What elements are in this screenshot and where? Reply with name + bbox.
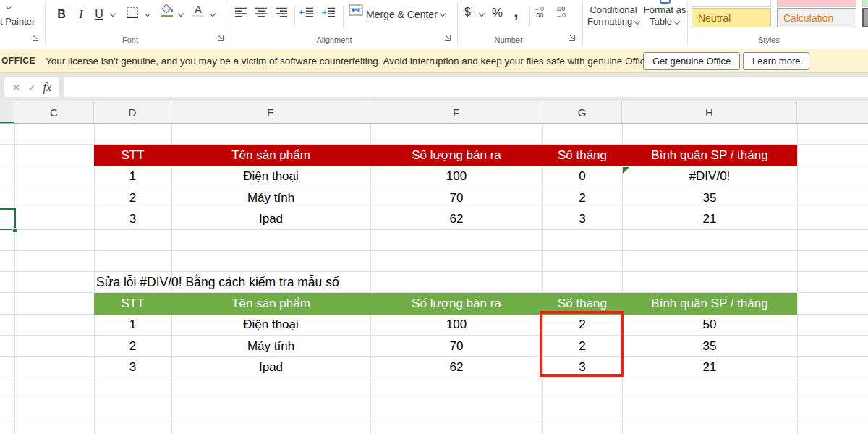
header-ten-san-pham[interactable]: Tên sản phẩm bbox=[171, 293, 370, 314]
fill-color-dropdown-icon[interactable] bbox=[178, 12, 184, 17]
fill-bucket-icon bbox=[161, 4, 174, 14]
align-center-icon bbox=[255, 7, 268, 17]
style-chip-good[interactable] bbox=[862, 0, 868, 7]
header-binh-quan[interactable]: Bình quân SP / tháng bbox=[622, 145, 797, 166]
header-stt[interactable]: STT bbox=[94, 293, 171, 314]
cell-stt[interactable]: 2 bbox=[94, 187, 171, 208]
align-right-button[interactable] bbox=[275, 7, 288, 17]
selected-cell-outline[interactable] bbox=[0, 208, 16, 230]
font-color-button[interactable]: A bbox=[192, 4, 204, 17]
cell-so-luong[interactable]: 62 bbox=[370, 357, 542, 378]
format-painter-button[interactable]: t Painter bbox=[0, 16, 35, 27]
decrease-indent-button[interactable] bbox=[299, 7, 314, 17]
bold-button[interactable]: B bbox=[54, 6, 69, 23]
column-header-g[interactable]: G bbox=[542, 101, 622, 123]
column-header-f[interactable]: F bbox=[370, 101, 542, 123]
font-dialog-launcher-icon[interactable] bbox=[217, 34, 224, 41]
cell-stt[interactable]: 3 bbox=[94, 357, 171, 378]
column-header-c[interactable]: C bbox=[14, 101, 94, 123]
ribbon: t Painter B I U A bbox=[0, 0, 868, 48]
cell-stt[interactable]: 1 bbox=[94, 315, 171, 336]
style-chip-neutral[interactable]: Neutral bbox=[692, 8, 771, 27]
cell-binh-quan[interactable]: 21 bbox=[622, 208, 797, 229]
cell-so-thang[interactable]: 2 bbox=[542, 187, 622, 208]
format-as-table-button[interactable]: Format as Table bbox=[642, 4, 687, 27]
column-header-partial-right[interactable] bbox=[797, 101, 868, 123]
cell-stt[interactable]: 2 bbox=[94, 336, 171, 357]
header-so-luong-ban-ra[interactable]: Số lượng bán ra bbox=[370, 293, 542, 314]
fill-handle[interactable] bbox=[12, 228, 17, 233]
merge-center-label[interactable]: Merge & Center bbox=[366, 9, 438, 20]
number-dialog-launcher-icon[interactable] bbox=[569, 34, 576, 41]
cell-so-luong[interactable]: 70 bbox=[370, 187, 542, 208]
cell-so-luong[interactable]: 70 bbox=[370, 336, 542, 357]
style-chip-calculation[interactable]: Calculation bbox=[777, 8, 856, 27]
font-color-dropdown-icon[interactable] bbox=[210, 12, 216, 17]
cell-ten-san-pham[interactable]: Ipad bbox=[171, 357, 370, 378]
chevron-down-icon[interactable] bbox=[6, 4, 12, 10]
cell-ten-san-pham[interactable]: Điện thoại bbox=[171, 315, 370, 336]
formula-input[interactable] bbox=[64, 77, 868, 97]
sheet-grid[interactable]: STT Tên sản phẩm Số lượng bán ra Số thán… bbox=[0, 124, 868, 434]
style-chip-normal[interactable] bbox=[692, 0, 771, 7]
cell-binh-quan[interactable]: #DIV/0! bbox=[622, 166, 797, 187]
column-header-h[interactable]: H bbox=[622, 101, 797, 123]
insert-function-icon[interactable]: fx bbox=[43, 81, 52, 94]
currency-dropdown-icon[interactable] bbox=[479, 12, 485, 17]
header-stt[interactable]: STT bbox=[94, 145, 171, 166]
cell-ten-san-pham[interactable]: Máy tính bbox=[171, 336, 370, 357]
underline-button[interactable]: U bbox=[91, 6, 107, 23]
cell-so-luong[interactable]: 62 bbox=[370, 208, 542, 229]
header-so-luong-ban-ra[interactable]: Số lượng bán ra bbox=[370, 145, 542, 166]
underline-dropdown-icon[interactable] bbox=[110, 12, 116, 17]
cell-binh-quan[interactable]: 35 bbox=[622, 336, 797, 357]
alignment-dialog-launcher-icon[interactable] bbox=[444, 34, 451, 41]
align-left-button[interactable] bbox=[234, 7, 247, 17]
cell-binh-quan[interactable]: 35 bbox=[622, 187, 797, 208]
merge-center-dropdown-icon[interactable] bbox=[440, 12, 446, 17]
column-headers: C D E F G H bbox=[0, 101, 868, 124]
cell-binh-quan[interactable]: 21 bbox=[622, 357, 797, 378]
cell-stt[interactable]: 3 bbox=[94, 208, 171, 229]
merge-center-button[interactable] bbox=[349, 4, 363, 16]
enter-icon[interactable]: ✓ bbox=[27, 82, 36, 93]
header-ten-san-pham[interactable]: Tên sản phẩm bbox=[171, 145, 370, 166]
get-genuine-office-button[interactable]: Get genuine Office bbox=[643, 52, 740, 70]
conditional-formatting-button[interactable]: Conditional Formatting bbox=[587, 4, 639, 27]
cell-so-thang[interactable]: 3 bbox=[542, 208, 622, 229]
fill-color-button[interactable] bbox=[161, 4, 174, 17]
cell-stt[interactable]: 1 bbox=[94, 166, 171, 187]
comma-format-button[interactable]: , bbox=[514, 1, 519, 22]
borders-button[interactable] bbox=[127, 7, 138, 18]
percent-format-button[interactable]: % bbox=[492, 6, 503, 20]
borders-dropdown-icon[interactable] bbox=[145, 12, 150, 17]
increase-indent-button[interactable] bbox=[321, 7, 336, 17]
learn-more-button[interactable]: Learn more bbox=[743, 52, 809, 70]
cell-binh-quan[interactable]: 50 bbox=[622, 315, 797, 336]
header-binh-quan[interactable]: Bình quân SP / tháng bbox=[622, 293, 797, 314]
fixed-table-row: 1 Điện thoại 100 2 50 bbox=[94, 315, 797, 336]
column-header-d[interactable]: D bbox=[94, 101, 171, 123]
cell-so-thang[interactable]: 0 bbox=[542, 166, 622, 187]
column-header-partial[interactable] bbox=[0, 101, 14, 123]
caption-text[interactable]: Sửa lỗi #DIV/0! Bằng cách kiểm tra mẫu s… bbox=[96, 272, 339, 293]
cell-so-luong[interactable]: 100 bbox=[370, 315, 542, 336]
clipboard-dialog-launcher-icon[interactable] bbox=[32, 34, 39, 41]
cell-ten-san-pham[interactable]: Ipad bbox=[171, 208, 370, 229]
decrease-decimal-button[interactable]: .00 →0 bbox=[556, 6, 566, 19]
cell-ten-san-pham[interactable]: Máy tính bbox=[171, 187, 370, 208]
cancel-icon[interactable]: ✕ bbox=[12, 82, 21, 93]
style-chip-bad[interactable] bbox=[777, 0, 856, 7]
column-header-e[interactable]: E bbox=[171, 101, 370, 123]
currency-format-button[interactable]: $ bbox=[464, 6, 471, 19]
align-center-button[interactable] bbox=[255, 7, 268, 17]
cell-so-luong[interactable]: 100 bbox=[370, 166, 542, 187]
font-color-swatch bbox=[192, 15, 204, 17]
alignment-group-label: Alignment bbox=[298, 35, 370, 44]
increase-decimal-button[interactable]: ←0 .00 bbox=[534, 6, 544, 19]
error-table-row: 2 Máy tính 70 2 35 bbox=[94, 187, 797, 208]
style-chip-check-cell[interactable]: Check Cell bbox=[862, 8, 868, 27]
header-so-thang[interactable]: Số tháng bbox=[542, 145, 622, 166]
cell-ten-san-pham[interactable]: Điện thoại bbox=[171, 166, 370, 187]
italic-button[interactable]: I bbox=[74, 6, 88, 23]
